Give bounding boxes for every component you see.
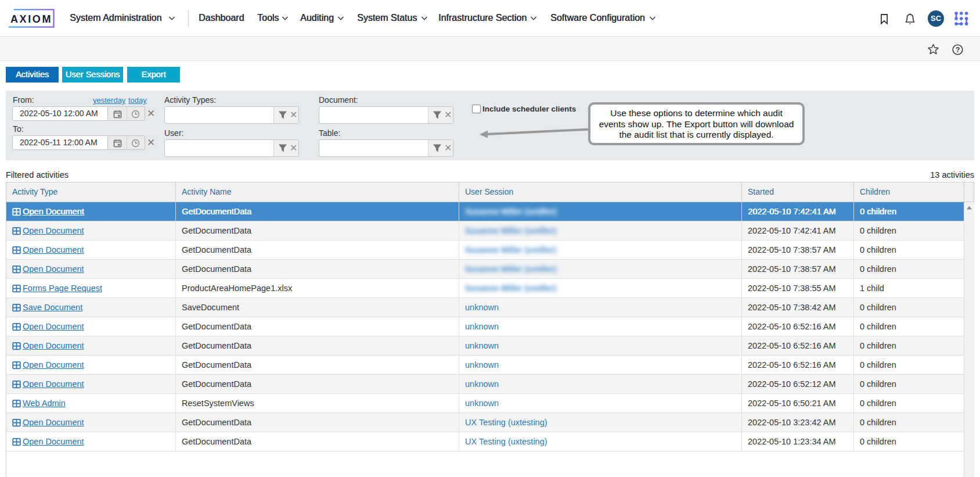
svg-text:?: ? <box>956 46 960 54</box>
svg-text:AXIOM: AXIOM <box>10 13 52 25</box>
